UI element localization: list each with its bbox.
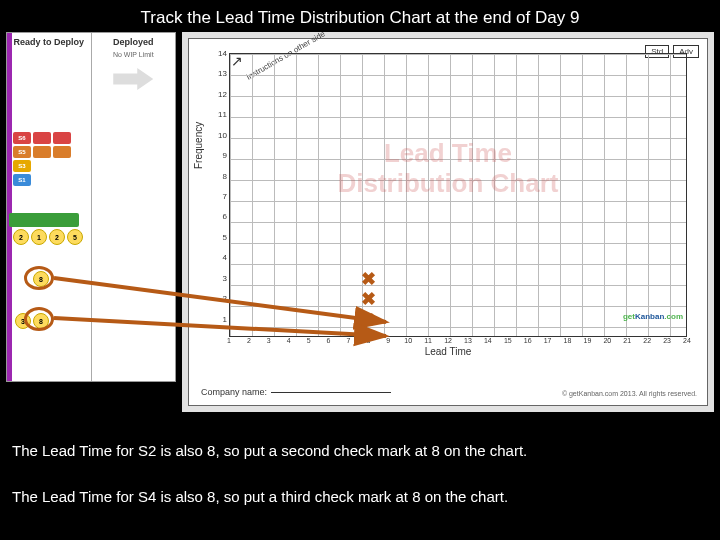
copyright-text: © getKanban.com 2013. All rights reserve… bbox=[562, 390, 697, 397]
lead-time-chart: ↗ Instructions on other side Std Adv 123… bbox=[182, 32, 714, 412]
company-name-field: Company name: bbox=[201, 387, 391, 397]
circle-annotation-s4 bbox=[24, 307, 54, 331]
kanban-col-deployed-sub: No WIP Limit bbox=[96, 51, 172, 58]
deploy-arrow-icon bbox=[113, 68, 153, 90]
card bbox=[53, 132, 71, 144]
brand-logo: getKanban.com bbox=[623, 312, 683, 321]
card-s6: S6 bbox=[13, 132, 31, 144]
caption-line-2: The Lead Time for S4 is also 8, so put a… bbox=[12, 488, 508, 505]
circle-annotation-s2 bbox=[24, 266, 54, 290]
slide-title: Track the Lead Time Distribution Chart a… bbox=[0, 0, 720, 32]
sticker: 2 bbox=[49, 229, 65, 245]
card-s3: S3 bbox=[13, 160, 31, 172]
kanban-band bbox=[9, 213, 79, 227]
card-s5: S5 bbox=[13, 146, 31, 158]
sticker: 2 bbox=[13, 229, 29, 245]
chart-grid bbox=[229, 53, 687, 337]
x-axis-label: Lead Time bbox=[189, 346, 707, 357]
card-s1: S1 bbox=[13, 174, 31, 186]
caption-line-1: The Lead Time for S2 is also 8, so put a… bbox=[12, 442, 527, 459]
main-content: Ready to Deploy Deployed No WIP Limit S6… bbox=[0, 32, 720, 412]
card bbox=[33, 132, 51, 144]
kanban-col-deployed: Deployed bbox=[96, 37, 172, 47]
board-spine bbox=[7, 33, 12, 381]
y-axis-label: Frequency bbox=[193, 122, 204, 169]
sticker: 1 bbox=[31, 229, 47, 245]
kanban-col-ready: Ready to Deploy bbox=[11, 37, 87, 47]
sticker: 5 bbox=[67, 229, 83, 245]
card bbox=[53, 146, 71, 158]
y-axis-ticks: 1234567891011121314 bbox=[213, 53, 227, 337]
card bbox=[33, 146, 51, 158]
